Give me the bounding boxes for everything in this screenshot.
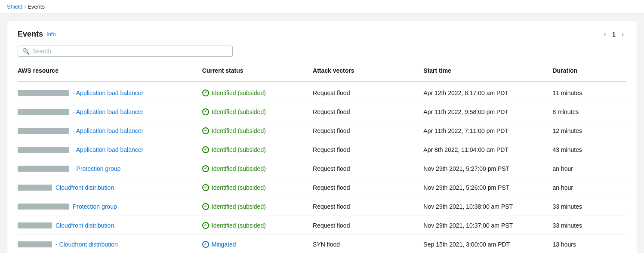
table-row: - Protection groupIdentified (subsided)R… (18, 159, 626, 178)
duration-cell: an hour (552, 180, 626, 195)
status-badge: Mitigated (212, 241, 236, 248)
search-icon: 🔍 (22, 48, 30, 55)
duration-cell: 8 minutes (552, 104, 626, 120)
col-header-duration: Duration (552, 64, 626, 77)
duration-cell: an hour (552, 161, 626, 176)
start-time-cell: Nov 29th 2021, 10:38:00 am PST (423, 199, 552, 214)
status-badge: Identified (subsided) (212, 108, 266, 115)
table-row: - Cloudfront distributionMitigatedSYN fl… (18, 235, 626, 253)
status-cell: Identified (subsided) (202, 199, 313, 214)
resource-cell: - Application load balancer (18, 123, 202, 139)
status-badge: Identified (subsided) (212, 165, 266, 172)
attack-vector-cell: SYN flood (313, 237, 423, 252)
resource-cell: - Cloudfront distribution (18, 237, 202, 252)
status-badge: Identified (subsided) (212, 203, 266, 210)
breadcrumb-shield-link[interactable]: Shield (7, 3, 22, 10)
status-icon (202, 127, 209, 134)
resource-cell: Cloudfront distribution (18, 218, 202, 233)
status-badge: Identified (subsided) (212, 127, 266, 134)
main-container: Events Info 🔍 ‹ 1 › AWS resource Current… (0, 14, 644, 253)
resource-cell: - Protection group (18, 161, 202, 176)
table-header: AWS resource Current status Attack vecto… (18, 64, 626, 82)
table-row: - Application load balancerIdentified (s… (18, 121, 626, 140)
duration-cell: 33 minutes (552, 218, 626, 233)
resource-placeholder (18, 204, 69, 210)
status-icon (202, 146, 209, 153)
col-header-status: Current status (202, 64, 313, 77)
resource-link[interactable]: - Protection group (73, 165, 120, 172)
resource-cell: Protection group (18, 199, 202, 214)
start-time-cell: Apr 12th 2022, 8:17:00 am PDT (423, 85, 552, 101)
resource-cell: - Application load balancer (18, 85, 202, 101)
resource-placeholder (18, 241, 52, 247)
prev-page-button[interactable]: ‹ (601, 30, 609, 39)
resource-placeholder (18, 147, 69, 153)
status-cell: Identified (subsided) (202, 180, 313, 195)
status-icon (202, 203, 209, 210)
start-time-cell: Nov 29th 2021, 5:26:00 pm PST (423, 180, 552, 195)
attack-vector-cell: Request flood (313, 142, 423, 157)
resource-link[interactable]: Cloudfront distribution (55, 184, 114, 191)
table-row: - Application load balancerIdentified (s… (18, 102, 626, 121)
attack-vector-cell: Request flood (313, 161, 423, 176)
status-icon (202, 108, 209, 115)
status-cell: Mitigated (202, 237, 313, 252)
resource-link[interactable]: Cloudfront distribution (55, 222, 114, 229)
status-cell: Identified (subsided) (202, 142, 313, 157)
resource-placeholder (18, 222, 52, 228)
status-badge: Identified (subsided) (212, 222, 266, 229)
status-icon (202, 165, 209, 172)
attack-vector-cell: Request flood (313, 218, 423, 233)
status-cell: Identified (subsided) (202, 123, 313, 139)
resource-link[interactable]: - Application load balancer (73, 146, 143, 153)
page-title: Events (18, 30, 43, 39)
resource-link[interactable]: - Application load balancer (73, 108, 143, 115)
table-row: Cloudfront distributionIdentified (subsi… (18, 216, 626, 235)
attack-vector-cell: Request flood (313, 123, 423, 139)
status-cell: Identified (subsided) (202, 161, 313, 176)
status-icon (202, 184, 209, 191)
breadcrumb-current: Events (28, 3, 45, 10)
search-input[interactable] (32, 48, 228, 55)
resource-cell: - Application load balancer (18, 104, 202, 120)
start-time-cell: Apr 8th 2022, 11:04:00 am PDT (423, 142, 552, 157)
page-number: 1 (612, 31, 616, 38)
resource-link[interactable]: - Application load balancer (73, 127, 143, 134)
table-body: - Application load balancerIdentified (s… (18, 83, 626, 253)
start-time-cell: Apr 11th 2022, 9:58:00 pm PDT (423, 104, 552, 120)
status-cell: Identified (subsided) (202, 85, 313, 101)
resource-placeholder (18, 90, 69, 96)
resource-link[interactable]: - Cloudfront distribution (55, 241, 118, 248)
events-card: Events Info 🔍 ‹ 1 › AWS resource Current… (7, 21, 637, 253)
table-row: Protection groupIdentified (subsided)Req… (18, 197, 626, 216)
start-time-cell: Nov 29th 2021, 10:37:00 am PST (423, 218, 552, 233)
events-table: AWS resource Current status Attack vecto… (18, 64, 626, 253)
start-time-cell: Nov 29th 2021, 5:27:00 pm PST (423, 161, 552, 176)
col-header-start: Start time (423, 64, 552, 77)
attack-vector-cell: Request flood (313, 85, 423, 101)
status-icon (202, 241, 209, 248)
col-header-resource: AWS resource (18, 64, 202, 77)
resource-cell: Cloudfront distribution (18, 180, 202, 195)
start-time-cell: Apr 11th 2022, 7:11:00 pm PDT (423, 123, 552, 139)
status-badge: Identified (subsided) (212, 146, 266, 153)
resource-link[interactable]: - Application load balancer (73, 89, 143, 96)
card-header: Events Info (18, 30, 233, 39)
info-link[interactable]: Info (46, 31, 56, 37)
duration-cell: 43 minutes (552, 142, 626, 157)
resource-cell: - Application load balancer (18, 142, 202, 157)
status-cell: Identified (subsided) (202, 218, 313, 233)
resource-link[interactable]: Protection group (73, 203, 117, 210)
status-icon (202, 89, 209, 96)
resource-placeholder (18, 166, 69, 172)
search-bar: 🔍 (18, 46, 233, 57)
next-page-button[interactable]: › (619, 30, 626, 39)
status-badge: Identified (subsided) (212, 89, 266, 96)
duration-cell: 11 minutes (552, 85, 626, 101)
breadcrumb-separator: › (24, 4, 26, 10)
attack-vector-cell: Request flood (313, 104, 423, 120)
status-icon (202, 222, 209, 229)
top-controls: Events Info 🔍 ‹ 1 › (18, 30, 626, 64)
duration-cell: 12 minutes (552, 123, 626, 139)
start-time-cell: Sep 15th 2021, 3:00:00 am PDT (423, 237, 552, 252)
